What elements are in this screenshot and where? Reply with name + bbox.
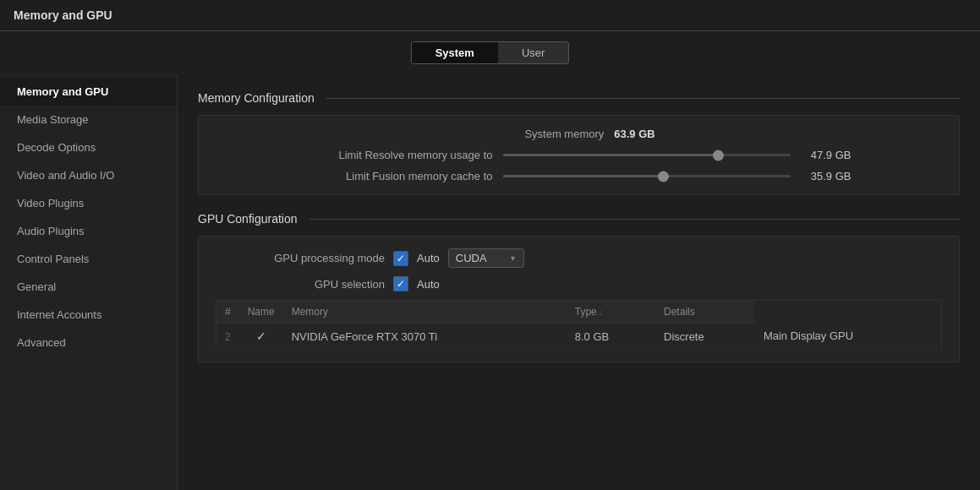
- table-row: 2 ✓ NVIDIA GeForce RTX 3070 Ti 8.0 GB Di…: [216, 324, 942, 350]
- tab-group: System User: [411, 41, 570, 64]
- limit-fusion-value: 35.9 GB: [801, 170, 851, 182]
- limit-fusion-fill: [503, 175, 664, 177]
- row-memory: 8.0 GB: [567, 324, 655, 350]
- system-memory-row: System memory 63.9 GB: [216, 128, 942, 140]
- limit-fusion-label: Limit Fusion memory cache to: [307, 170, 493, 182]
- content-area: Memory Configuration System memory 63.9 …: [178, 74, 980, 490]
- sidebar-item-memory-gpu[interactable]: Memory and GPU: [0, 78, 177, 106]
- col-details: Details: [655, 301, 755, 324]
- gpu-selection-checkbox[interactable]: ✓: [393, 276, 408, 291]
- gpu-selection-row: GPU selection ✓ Auto: [216, 276, 942, 291]
- sidebar-item-audio-plugins[interactable]: Audio Plugins: [0, 217, 177, 245]
- sidebar-item-video-plugins[interactable]: Video Plugins: [0, 189, 177, 217]
- limit-fusion-track[interactable]: [503, 175, 791, 177]
- sidebar: Memory and GPU Media Storage Decode Opti…: [0, 74, 178, 490]
- limit-resolve-row: Limit Resolve memory usage to 47.9 GB: [216, 149, 942, 161]
- limit-fusion-slider-container: [503, 175, 791, 177]
- title-bar: Memory and GPU: [0, 0, 980, 31]
- chevron-down-icon: ▾: [511, 253, 515, 263]
- gpu-processing-mode-auto: Auto: [417, 252, 440, 264]
- tab-system[interactable]: System: [412, 42, 498, 63]
- gpu-config-box: GPU processing mode ✓ Auto CUDA ▾ GPU se…: [198, 236, 960, 362]
- gpu-processing-mode-checkbox[interactable]: ✓: [393, 251, 408, 266]
- row-check: ✓: [239, 324, 283, 350]
- system-memory-value: 63.9 GB: [614, 128, 654, 140]
- sidebar-item-advanced[interactable]: Advanced: [0, 329, 177, 357]
- sidebar-item-internet-accounts[interactable]: Internet Accounts: [0, 301, 177, 329]
- memory-config-title: Memory Configuration: [198, 91, 960, 105]
- gpu-table-header-row: # Name Memory Type Details: [216, 301, 942, 324]
- limit-fusion-thumb: [658, 171, 669, 182]
- gpu-processing-mode-row: GPU processing mode ✓ Auto CUDA ▾: [216, 248, 942, 268]
- col-num: #: [216, 301, 239, 324]
- row-name: NVIDIA GeForce RTX 3070 Ti: [283, 324, 567, 350]
- limit-fusion-row: Limit Fusion memory cache to 35.9 GB: [216, 170, 942, 182]
- gpu-processing-mode-dropdown[interactable]: CUDA ▾: [448, 248, 524, 268]
- gpu-table-body: 2 ✓ NVIDIA GeForce RTX 3070 Ti 8.0 GB Di…: [216, 324, 942, 350]
- row-type: Discrete: [655, 324, 755, 350]
- main-layout: Memory and GPU Media Storage Decode Opti…: [0, 74, 980, 490]
- limit-resolve-slider-container: [503, 154, 791, 156]
- row-number: 2: [216, 324, 239, 350]
- page-title: Memory and GPU: [14, 8, 966, 22]
- tab-user[interactable]: User: [498, 42, 568, 63]
- tab-row: System User: [0, 31, 980, 74]
- sidebar-item-general[interactable]: General: [0, 273, 177, 301]
- limit-resolve-fill: [503, 154, 719, 156]
- system-memory-label: System memory: [502, 128, 604, 140]
- limit-resolve-value: 47.9 GB: [801, 149, 851, 161]
- col-type[interactable]: Type: [567, 301, 655, 324]
- limit-resolve-track[interactable]: [503, 154, 791, 156]
- gpu-processing-mode-label: GPU processing mode: [216, 252, 385, 264]
- gpu-config-title: GPU Configuration: [198, 212, 960, 226]
- col-memory: Memory: [283, 301, 567, 324]
- col-name[interactable]: Name: [239, 301, 283, 324]
- sidebar-item-control-panels[interactable]: Control Panels: [0, 245, 177, 273]
- sidebar-item-media-storage[interactable]: Media Storage: [0, 106, 177, 133]
- gpu-selection-auto: Auto: [417, 278, 440, 291]
- gpu-table: # Name Memory Type Details 2 ✓ NVIDIA Ge…: [216, 300, 942, 350]
- sidebar-item-video-audio-io[interactable]: Video and Audio I/O: [0, 161, 177, 189]
- limit-resolve-label: Limit Resolve memory usage to: [307, 149, 493, 161]
- dropdown-value: CUDA: [456, 252, 487, 264]
- limit-resolve-thumb: [713, 150, 724, 161]
- sidebar-item-decode-options[interactable]: Decode Options: [0, 133, 177, 161]
- row-details: Main Display GPU: [755, 324, 942, 350]
- memory-config-box: System memory 63.9 GB Limit Resolve memo…: [198, 115, 960, 195]
- gpu-selection-label: GPU selection: [216, 278, 385, 291]
